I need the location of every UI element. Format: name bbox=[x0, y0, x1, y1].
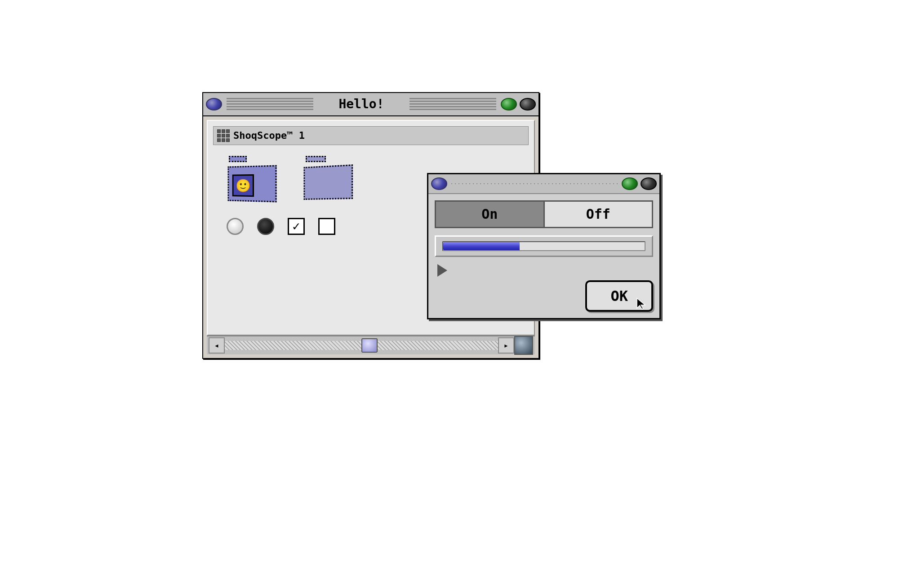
svg-marker-0 bbox=[637, 298, 645, 309]
finder-face-icon: 🙂 bbox=[232, 174, 254, 196]
seg-control: On Off bbox=[435, 200, 653, 228]
folder-finder-icon[interactable]: 🙂 bbox=[227, 161, 276, 202]
dialog-titlebar bbox=[428, 174, 659, 194]
scene: Hello! bbox=[202, 92, 697, 496]
seg-off-button[interactable]: Off bbox=[545, 202, 652, 227]
horizontal-scrollbar: ◂ ▸ bbox=[207, 336, 535, 354]
dialog-minimize-button[interactable] bbox=[641, 177, 657, 190]
resize-box[interactable] bbox=[514, 336, 533, 355]
cursor-icon bbox=[636, 297, 646, 310]
mouse-cursor bbox=[636, 297, 646, 310]
scroll-thumb[interactable] bbox=[361, 338, 378, 353]
main-window-title: Hello! bbox=[318, 97, 405, 111]
dialog-close-button[interactable] bbox=[431, 177, 447, 190]
dialog-drag-area bbox=[450, 182, 619, 186]
dialog-window: On Off OK bbox=[427, 173, 661, 319]
dialog-content: On Off OK bbox=[428, 194, 659, 318]
zoom-button[interactable] bbox=[501, 98, 517, 111]
doc-titlebar: ShoqScope™ 1 bbox=[213, 126, 529, 145]
minimize-button[interactable] bbox=[520, 98, 536, 111]
scroll-track[interactable] bbox=[225, 341, 498, 350]
play-row bbox=[435, 262, 653, 279]
checkbox-checked[interactable]: ✓ bbox=[288, 218, 305, 235]
play-button[interactable] bbox=[437, 264, 447, 277]
checkbox-unchecked[interactable] bbox=[318, 218, 335, 235]
titlebar-drag-area bbox=[225, 96, 315, 112]
scroll-right-arrow[interactable]: ▸ bbox=[498, 337, 514, 354]
slider-track[interactable] bbox=[442, 241, 645, 251]
doc-title: ShoqScope™ 1 bbox=[233, 130, 305, 141]
seg-on-button[interactable]: On bbox=[436, 202, 545, 227]
scroll-left-arrow[interactable]: ◂ bbox=[209, 337, 225, 354]
ok-btn-container: OK bbox=[435, 280, 653, 312]
grid-icon bbox=[217, 129, 230, 142]
slider-container bbox=[435, 235, 653, 257]
main-titlebar: Hello! bbox=[203, 93, 539, 116]
slider-fill bbox=[443, 242, 520, 250]
close-button[interactable] bbox=[206, 98, 222, 111]
titlebar-drag-area-right bbox=[408, 96, 498, 112]
folder-plain-icon[interactable] bbox=[303, 161, 352, 199]
radio-unselected[interactable] bbox=[227, 218, 244, 235]
dialog-zoom-button[interactable] bbox=[622, 177, 638, 190]
radio-selected[interactable] bbox=[257, 218, 274, 235]
